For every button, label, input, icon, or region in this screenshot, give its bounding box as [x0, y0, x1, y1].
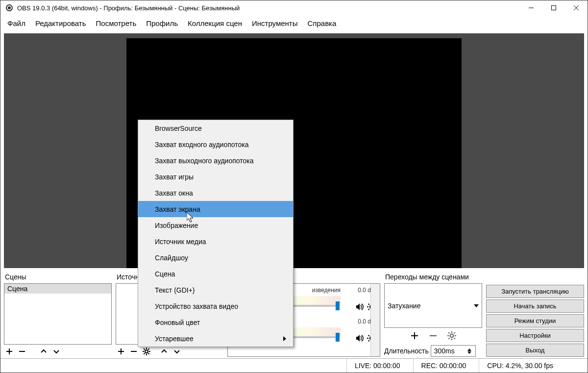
- svg-line-19: [148, 353, 149, 354]
- menu-tools[interactable]: Инструменты: [252, 19, 298, 27]
- panel-scenes: Сцены Сцена: [4, 272, 112, 357]
- svg-line-38: [368, 340, 369, 341]
- settings-button[interactable]: Настройки: [486, 329, 584, 342]
- slider-knob[interactable]: [336, 301, 340, 310]
- window-title: OBS 19.0.3 (64bit, windows) - Профиль: Б…: [17, 4, 520, 12]
- slider-knob[interactable]: [336, 333, 340, 342]
- scene-item[interactable]: Сцена: [4, 284, 111, 294]
- ctx-item-13[interactable]: Устаревшее: [138, 330, 293, 347]
- scenes-list[interactable]: Сцена: [4, 283, 112, 345]
- svg-line-36: [368, 335, 369, 336]
- svg-rect-4: [552, 6, 556, 10]
- svg-point-13: [145, 350, 148, 353]
- menu-view[interactable]: Посмотреть: [96, 19, 137, 27]
- window-buttons: [520, 0, 588, 15]
- ctx-item-3[interactable]: Захват игры: [138, 169, 293, 185]
- svg-line-18: [144, 348, 145, 349]
- studio-mode-button[interactable]: Режим студии: [486, 314, 584, 327]
- duration-value: 300ms: [434, 347, 455, 355]
- minimize-button[interactable]: [520, 0, 542, 15]
- ctx-item-10[interactable]: Текст (GDI+): [138, 282, 293, 298]
- start-stream-button[interactable]: Запустить трансляцию: [486, 285, 584, 298]
- remove-scene-button[interactable]: [17, 346, 27, 357]
- svg-line-49: [454, 338, 455, 339]
- maximize-button[interactable]: [542, 0, 565, 15]
- app-window: OBS 19.0.3 (64bit, windows) - Профиль: Б…: [0, 0, 588, 373]
- mixer-scrollbar[interactable]: [370, 284, 380, 356]
- remove-source-button[interactable]: [128, 346, 139, 357]
- panel-transitions: Переходы между сценами Затухание Длитель…: [384, 272, 482, 357]
- mixer-ch1-label: изведения: [312, 287, 341, 294]
- ctx-item-0[interactable]: BrowserSource: [138, 120, 293, 136]
- add-source-button[interactable]: [116, 346, 126, 357]
- add-transition-button[interactable]: [410, 331, 419, 342]
- ctx-item-5[interactable]: Захват экрана: [138, 201, 293, 217]
- menu-file[interactable]: Файл: [7, 19, 25, 27]
- scene-down-button[interactable]: [51, 346, 62, 357]
- add-source-context-menu: BrowserSourceЗахват входного аудиопотока…: [138, 120, 294, 347]
- menubar: Файл Редактировать Посмотреть Профиль Ко…: [0, 16, 588, 30]
- transition-select[interactable]: Затухание: [384, 283, 482, 328]
- svg-line-48: [448, 332, 449, 333]
- svg-line-51: [454, 332, 455, 333]
- preview-area[interactable]: [4, 33, 584, 268]
- speaker-icon[interactable]: [355, 334, 364, 344]
- ctx-item-9[interactable]: Сцена: [138, 266, 293, 282]
- status-cpu: CPU: 4.2%, 30.00 fps: [479, 359, 553, 373]
- remove-transition-button[interactable]: [428, 331, 438, 342]
- svg-line-20: [144, 353, 145, 354]
- source-down-button[interactable]: [172, 346, 182, 357]
- svg-line-27: [368, 304, 369, 305]
- duration-spin[interactable]: 300ms: [431, 345, 476, 357]
- statusbar: LIVE: 00:00:00 REC: 00:00:00 CPU: 4.2%, …: [0, 358, 588, 373]
- status-live: LIVE: 00:00:00: [346, 359, 400, 373]
- menu-profile[interactable]: Профиль: [146, 19, 178, 27]
- close-button[interactable]: [565, 0, 588, 15]
- menu-edit[interactable]: Редактировать: [35, 19, 86, 27]
- obs-icon: [5, 4, 13, 12]
- source-up-button[interactable]: [159, 346, 170, 357]
- panel-controls: Запустить трансляцию Начать запись Режим…: [486, 272, 584, 357]
- menu-help[interactable]: Справка: [308, 19, 337, 27]
- menu-scene-collection[interactable]: Коллекция сцен: [188, 19, 242, 27]
- speaker-icon[interactable]: [355, 302, 364, 313]
- submenu-arrow-icon: [283, 336, 286, 341]
- titlebar: OBS 19.0.3 (64bit, windows) - Профиль: Б…: [0, 0, 588, 16]
- ctx-item-4[interactable]: Захват окна: [138, 185, 293, 201]
- svg-line-29: [368, 309, 369, 310]
- status-rec: REC: 00:00:00: [413, 359, 466, 373]
- scene-up-button[interactable]: [38, 346, 49, 357]
- add-scene-button[interactable]: [4, 346, 15, 357]
- ctx-item-8[interactable]: Слайдшоу: [138, 249, 293, 266]
- transition-props-button[interactable]: [447, 331, 457, 342]
- start-record-button[interactable]: Начать запись: [486, 299, 584, 313]
- svg-point-2: [8, 6, 11, 9]
- exit-button[interactable]: Выход: [486, 344, 584, 357]
- ctx-item-2[interactable]: Захват выходного аудиопотока: [138, 152, 293, 169]
- svg-line-21: [148, 348, 149, 349]
- transition-select-value: Затухание: [388, 302, 420, 310]
- svg-point-43: [450, 334, 454, 338]
- source-props-button[interactable]: [141, 346, 152, 357]
- ctx-item-11[interactable]: Устройство захвата видео: [138, 298, 293, 314]
- duration-label: Длительность: [384, 347, 429, 355]
- scenes-tools: [4, 345, 112, 357]
- transitions-title: Переходы между сценами: [384, 272, 482, 283]
- svg-line-50: [448, 338, 449, 339]
- scenes-title: Сцены: [4, 272, 112, 283]
- ctx-item-6[interactable]: Изображение: [138, 217, 293, 233]
- ctx-item-7[interactable]: Источник медиа: [138, 233, 293, 249]
- panel-row: Сцены Сцена Источники: [0, 268, 588, 358]
- ctx-item-1[interactable]: Захват входного аудиопотока: [138, 136, 293, 152]
- ctx-item-12[interactable]: Фоновый цвет: [138, 314, 293, 330]
- spin-arrows[interactable]: [467, 348, 473, 354]
